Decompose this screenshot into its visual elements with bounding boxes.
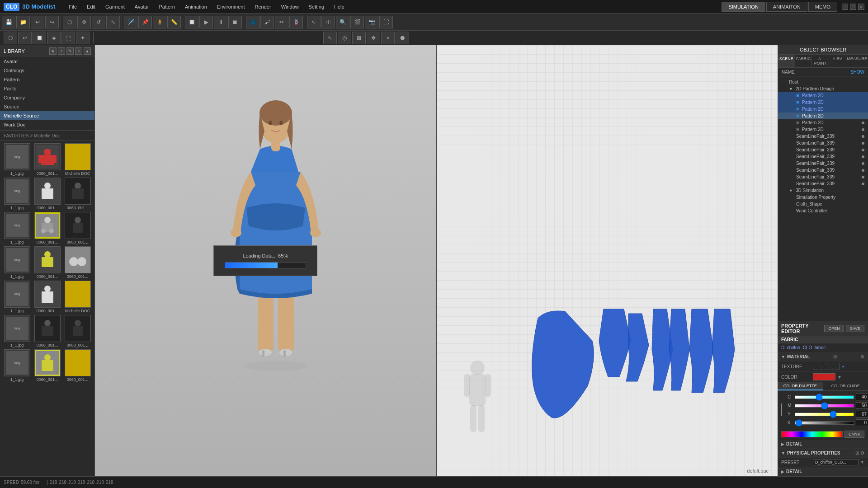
menu-animation[interactable]: Animation <box>180 2 212 11</box>
cloth-icon[interactable]: 🧥 <box>246 16 259 28</box>
k-slider[interactable] <box>795 421 854 425</box>
y-value[interactable]: 67 <box>856 411 868 418</box>
scale-icon[interactable]: ⤡ <box>106 16 120 28</box>
fullscreen-icon[interactable]: ⛶ <box>379 16 393 28</box>
library-new-button[interactable]: + <box>58 47 65 55</box>
list-item[interactable]: 0060_001... <box>63 315 92 347</box>
tb2-4[interactable]: ◈ <box>47 32 61 44</box>
tree-item-3d-sim[interactable]: ▼ 3D Simulation <box>778 187 868 194</box>
color-swatch[interactable] <box>813 373 835 380</box>
list-item[interactable]: 0060_001... <box>63 349 92 382</box>
tb2-9[interactable]: ⊠ <box>352 32 366 44</box>
tree-item-seam-6[interactable]: SeamLinePair_339 <box>778 167 868 174</box>
tree-item-pattern2d-2[interactable]: ⊞ Pattern 2D <box>778 99 868 106</box>
undo-icon[interactable]: ↩ <box>31 16 44 28</box>
tb2-7[interactable]: ↖ <box>323 32 337 44</box>
tree-item-cloth-shape[interactable]: Cloth_Shape <box>778 201 868 207</box>
fabric-tab-label[interactable]: FABRIC <box>781 337 798 342</box>
tab-simulation[interactable]: SIMULATION <box>722 2 765 12</box>
tab-scene[interactable]: SCENE <box>778 55 795 67</box>
tree-item-2d-pattern-design[interactable]: ▼ 2D Parttern Design <box>778 85 868 92</box>
material-settings-icon[interactable]: ⚙ <box>860 354 864 359</box>
library-add-button[interactable]: ★ <box>49 47 57 55</box>
minimize-button[interactable]: − <box>842 4 848 10</box>
menu-edit[interactable]: Edit <box>82 2 100 11</box>
sidebar-item-avatar[interactable]: Avatar <box>0 57 94 66</box>
tab-color-palette[interactable]: COLOR PALETTE <box>778 382 823 390</box>
tree-item-seam-8[interactable]: SeamLinePair_339 <box>778 180 868 187</box>
viewport-2d[interactable]: defult.pac <box>437 45 778 476</box>
tree-item-seam-7[interactable]: SeamLinePair_339 <box>778 174 868 180</box>
tree-item-pattern2d-4[interactable]: ⊞ Pattern 2D <box>778 113 868 119</box>
library-collapse-button[interactable]: ▲ <box>84 47 91 55</box>
texture-add-icon[interactable]: + <box>842 364 844 369</box>
tb2-10[interactable]: ✥ <box>367 32 380 44</box>
tree-item-root[interactable]: Root <box>778 79 868 85</box>
menu-avatar[interactable]: Avatar <box>130 2 154 11</box>
tree-item-seam-2[interactable]: SeamLinePair_339 <box>778 140 868 146</box>
tb2-11[interactable]: ⌖ <box>381 32 395 44</box>
detail2-section-header[interactable]: ▶ DETAIL <box>778 467 868 476</box>
active-color-swatch[interactable] <box>781 404 782 416</box>
viewport-3d[interactable]: Loading Data... 65% <box>95 45 437 476</box>
sidebar-item-pants[interactable]: Pants <box>0 84 94 93</box>
k-value[interactable]: 0 <box>856 419 868 426</box>
spray-icon[interactable]: 🖌 <box>260 16 274 28</box>
maximize-button[interactable]: □ <box>850 4 856 10</box>
tree-item-wind-controller[interactable]: Wind Controller <box>778 207 868 214</box>
c-value[interactable]: 40 <box>856 394 868 400</box>
library-delete-button[interactable]: × <box>75 47 82 55</box>
sidebar-item-company[interactable]: Company <box>0 93 94 102</box>
sidebar-item-michelle-source[interactable]: Michelle Source <box>0 111 94 120</box>
snapshot-icon[interactable]: 📷 <box>365 16 378 28</box>
tree-area[interactable]: Root ▼ 2D Parttern Design ⊞ Pattern 2D ⊞ <box>778 77 868 321</box>
sidebar-item-source[interactable]: Source <box>0 102 94 111</box>
tree-item-seam-4[interactable]: SeamLinePair_339 <box>778 153 868 160</box>
measure-icon[interactable]: 📏 <box>167 16 181 28</box>
list-item[interactable]: 0060_001... <box>33 315 61 347</box>
tab-apoint[interactable]: A-POINT <box>812 55 829 67</box>
tree-item-sim-property[interactable]: Simulation Property <box>778 194 868 201</box>
tb2-1[interactable]: ⬡ <box>4 32 17 44</box>
save-button[interactable]: SAVE <box>846 325 864 332</box>
tab-animation[interactable]: ANIMAITON <box>766 2 807 12</box>
move-icon[interactable]: ✥ <box>77 16 91 28</box>
cursor-icon[interactable]: ↖ <box>307 16 321 28</box>
open-icon[interactable]: 📁 <box>16 16 30 28</box>
list-item[interactable]: 0060_001... <box>33 349 61 382</box>
pan-icon[interactable]: ☩ <box>321 16 335 28</box>
menu-window[interactable]: Window <box>277 2 303 11</box>
sew-icon[interactable]: 🪡 <box>124 16 137 28</box>
rotate-icon[interactable]: ↺ <box>92 16 105 28</box>
redo-icon[interactable]: ↪ <box>45 16 59 28</box>
tree-item-pattern2d-6[interactable]: ⊞ Pattern 2D <box>778 126 868 133</box>
physical-properties-header[interactable]: ▼ PHYSICAL PROPERTIES ⊞ ⚙ <box>778 449 868 458</box>
menu-help[interactable]: Help <box>330 2 349 11</box>
list-item[interactable]: img 1_1.jpg <box>3 349 31 382</box>
tb2-2[interactable]: ↩ <box>18 32 32 44</box>
tree-item-pattern2d-3[interactable]: ⊞ Pattern 2D <box>778 106 868 113</box>
tree-item-seam-5[interactable]: SeamLinePair_339 <box>778 160 868 167</box>
tree-item-seam-3[interactable]: SeamLinePair_339 <box>778 146 868 153</box>
tree-item-pattern2d-1[interactable]: ⊞ Pattern 2D <box>778 92 868 99</box>
m-value[interactable]: 50 <box>856 402 868 409</box>
tab-fabric[interactable]: FABRIC <box>795 55 812 67</box>
preset-dropdown-icon[interactable]: ▼ <box>860 460 864 465</box>
cmyk-button[interactable]: CMYK <box>844 431 864 438</box>
menu-setting[interactable]: Setting <box>304 2 329 11</box>
zoom-icon[interactable]: 🔍 <box>336 16 349 28</box>
material-section-header[interactable]: ▼ MATERIAL ⊞ ⚙ <box>778 352 868 361</box>
list-item[interactable]: img 1_1.jpg <box>3 246 31 279</box>
list-item[interactable]: img 1_1.jpg <box>3 281 31 313</box>
open-button[interactable]: OPEN <box>824 325 844 332</box>
texture-preview[interactable] <box>813 363 840 370</box>
material-expand-icon[interactable]: ⊞ <box>833 354 837 359</box>
menu-environment[interactable]: Environment <box>212 2 250 11</box>
sidebar-item-work-doc[interactable]: Work Doc <box>0 120 94 129</box>
tab-memo[interactable]: MEMO <box>808 2 837 12</box>
list-item[interactable]: Michelle DOC <box>63 143 92 176</box>
preset-value[interactable]: D_chiffon_CLO... <box>813 459 859 465</box>
list-item[interactable]: 0060_001... <box>33 178 61 210</box>
list-item[interactable]: img 1_1.jpg <box>3 178 31 210</box>
tb2-6[interactable]: ✦ <box>76 32 90 44</box>
